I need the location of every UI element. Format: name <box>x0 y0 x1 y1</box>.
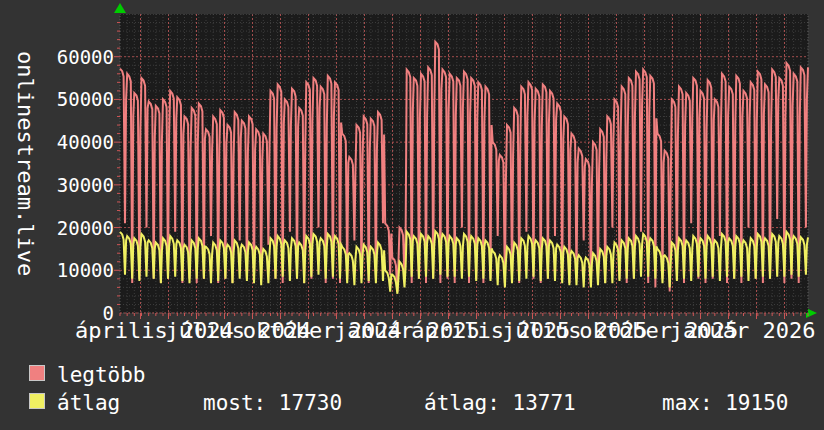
stat-most: most: 17730 <box>203 391 342 415</box>
stat-atlag: átlag: 13771 <box>424 391 576 415</box>
graph-window: onlinestream.live 0100002000030000400005… <box>0 0 824 430</box>
legend-label-legtobb: legtöbb <box>57 363 146 387</box>
legend-swatch-legtobb <box>29 365 45 381</box>
stat-max: max: 19150 <box>662 391 788 415</box>
y-tick-label: 40000 <box>20 131 114 153</box>
y-tick-label: 10000 <box>20 259 114 281</box>
y-tick-label: 20000 <box>20 217 114 239</box>
legend-label-atlag: átlag <box>57 391 120 415</box>
y-tick-label: 60000 <box>20 46 114 68</box>
legend-swatch-atlag <box>29 393 45 409</box>
y-tick-label: 50000 <box>20 88 114 110</box>
x-tick-label: január 2026 <box>670 319 816 343</box>
y-tick-label: 30000 <box>20 174 114 196</box>
y-axis-arrow-icon <box>114 3 126 13</box>
plot-area <box>112 14 816 326</box>
